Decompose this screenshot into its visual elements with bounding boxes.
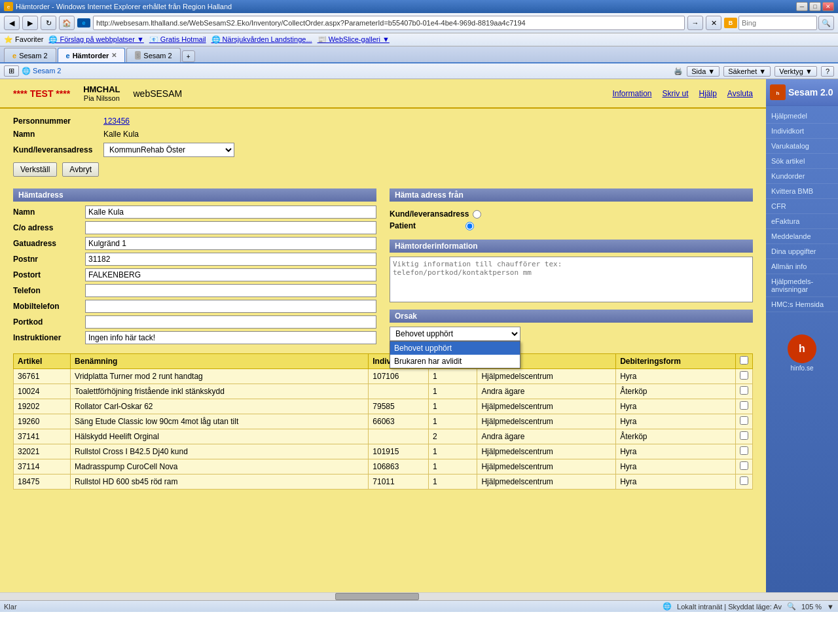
toolbar-help[interactable]: ? [821,66,834,77]
hmchal-block: HMCHAL Pia Nilsson [83,84,120,102]
mobiltelefon-label: Mobiltelefon [13,302,85,311]
cell-checkbox [736,369,753,384]
sidebar-item[interactable]: Meddelande [766,229,838,244]
radio-kund[interactable] [473,210,481,219]
tab-sesam2-1[interactable]: e Sesam 2 [4,48,56,62]
sidebar-item[interactable]: Hjälpmedels-anvisningar [766,274,838,297]
avbryt-button[interactable]: Avbryt [62,162,99,177]
content-area: **** TEST **** HMCHAL Pia Nilsson webSES… [0,79,766,592]
orsak-select[interactable]: Behovet upphört Brukaren har avlidit [390,327,520,341]
hamtorderinfo-textarea[interactable] [390,257,753,302]
fav-hotmail[interactable]: 📧 Gratis Hotmail [149,35,206,44]
gatuadress-label: Gatuadress [13,239,85,248]
portkod-input[interactable] [85,315,376,329]
sidebar-item[interactable]: Sök artikel [766,154,838,169]
sidebar-item[interactable]: Kundorder [766,169,838,184]
new-tab-button[interactable]: + [182,50,195,62]
sidebar-item[interactable]: HMC:s Hemsida [766,297,838,312]
fav-narsjukvarden[interactable]: 🌐 Närsjukvården Landstinge... [211,35,312,44]
row-checkbox[interactable] [740,371,748,380]
toolbar-print-icon[interactable]: 🖨️ [674,67,683,75]
intranet-label: Lokalt intranät | Skyddat läge: Av [677,603,782,611]
radio-patient-row: Patient [390,221,753,230]
toolbar-sida[interactable]: Sida ▼ [687,66,720,77]
sidebar-item[interactable]: Kvittera BMB [766,184,838,199]
orsak-dropdown-list: Behovet upphört Brukaren har avlidit [390,341,520,368]
row-checkbox[interactable] [740,401,748,410]
orsak-dropdown-container: Behovet upphört Brukaren har avlidit Beh… [390,327,520,341]
websesam-label: webSESAM [133,88,182,99]
tab-hamtorder[interactable]: e Hämtorder ✕ [58,48,126,62]
select-all-checkbox[interactable] [740,356,748,365]
sidebar-item[interactable]: Dina uppgifter [766,244,838,259]
cell-debitering: Återköp [616,429,736,444]
go-button[interactable]: → [687,16,703,30]
toolbar-grid-btn[interactable]: ⊞ [4,65,19,77]
refresh-button[interactable]: ↻ [41,16,56,30]
orsak-header: Orsak [390,310,753,323]
back-button[interactable]: ◀ [4,16,20,30]
cell-antal: 1 [429,414,477,429]
cell-artikel: 18475 [14,474,71,490]
row-checkbox[interactable] [740,431,748,440]
fav-webbplatser[interactable]: 🌐 Förslag på webbplatser ▼ [48,35,143,44]
orsak-option-behovet[interactable]: Behovet upphört [390,342,520,355]
personnummer-value[interactable]: 123456 [103,116,130,126]
stop-button[interactable]: ✕ [706,16,721,30]
hmchal-user: Pia Nilsson [83,94,120,102]
address-bar[interactable] [93,16,685,30]
avsluta-link[interactable]: Avsluta [727,89,753,98]
test-banner: **** TEST **** [13,88,70,99]
col-benamning: Benämning [71,354,369,369]
scrollbar-thumb[interactable] [335,593,419,600]
cell-benamning: Rollator Carl-Oskar 62 [71,399,369,414]
sidebar-item[interactable]: Individkort [766,124,838,139]
row-checkbox[interactable] [740,446,748,455]
postort-row: Postort [13,268,376,281]
hamtadress-namn-input[interactable] [85,206,376,219]
close-button[interactable]: ✕ [822,2,834,11]
row-checkbox[interactable] [740,461,748,470]
postnr-input[interactable] [85,253,376,266]
verkstall-button[interactable]: Verkställ [13,162,57,177]
forward-button[interactable]: ▶ [22,16,38,30]
sidebar-item[interactable]: Hjälpmedel [766,109,838,124]
toolbar-sakerhet[interactable]: Säkerhet ▼ [723,66,771,77]
restore-button[interactable]: □ [809,2,821,11]
sidebar-item[interactable]: CFR [766,199,838,214]
home-button[interactable]: 🏠 [59,16,75,30]
postort-input[interactable] [85,268,376,281]
search-button[interactable]: 🔍 [818,16,834,30]
orsak-option-brukaren[interactable]: Brukaren har avlidit [390,355,520,368]
co-adress-input[interactable] [85,221,376,234]
tab-close-icon[interactable]: ✕ [111,52,117,59]
kund-select[interactable]: KommunRehab Öster [103,143,234,157]
gatuadress-input[interactable] [85,237,376,250]
toolbar-verktyg[interactable]: Verktyg ▼ [774,66,817,77]
sidebar-item[interactable]: eFaktura [766,214,838,229]
search-input[interactable] [738,16,817,30]
telefon-input[interactable] [85,284,376,297]
hjalp-link[interactable]: Hjälp [699,89,717,98]
sidebar-item[interactable]: Varukatalog [766,139,838,154]
radio-patient[interactable] [465,222,474,230]
sesam-logo: h Sesam 2.0 [766,79,838,106]
information-link[interactable]: Information [612,89,651,98]
mobiltelefon-input[interactable] [85,300,376,313]
personnummer-row: Personnummer 123456 [13,116,753,126]
row-checkbox[interactable] [740,386,748,395]
skriv-ut-link[interactable]: Skriv ut [662,89,688,98]
sidebar-item[interactable]: Allmän info [766,259,838,274]
tab-sesam2-2[interactable]: s Sesam 2 [126,48,180,62]
two-col-form: Hämtadress Namn C/o adress Gatuadress Po… [0,188,766,353]
cell-debitering: Hyra [616,459,736,474]
cell-antal: 1 [429,369,477,384]
fav-webslice[interactable]: 📰 WebSlice-galleri ▼ [318,35,390,44]
sidebar-menu: HjälpmedelIndividkortVarukatalogSök arti… [766,106,838,315]
window-title: Hämtorder - Windows Internet Explorer er… [16,3,232,10]
cell-checkbox [736,399,753,414]
instruktioner-input[interactable] [85,331,376,344]
row-checkbox[interactable] [740,416,748,425]
row-checkbox[interactable] [740,476,748,485]
minimize-button[interactable]: ─ [796,2,808,11]
